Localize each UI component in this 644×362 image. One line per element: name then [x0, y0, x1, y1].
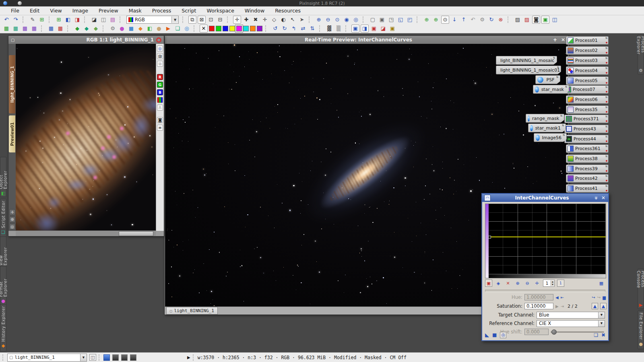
file-settings-icon[interactable]: ⚙ — [478, 16, 486, 24]
zoom-out-mode-icon[interactable]: ✖ — [252, 16, 260, 24]
dock-tab-script-editor[interactable]: Script Editor❏ — [0, 199, 6, 237]
process-grid-save-icon[interactable]: ▦ — [21, 25, 29, 33]
view-selector[interactable]: ▢ light_BINNING_1 ▼ — [7, 354, 87, 362]
transparent-color-swatch[interactable]: ✕ — [200, 25, 208, 33]
zoom-optimal-icon[interactable]: ◎ — [352, 16, 360, 24]
process-icon-process371[interactable]: Process371N — [564, 115, 609, 123]
new-instance-button[interactable]: ◣ — [485, 332, 489, 338]
process-icon-process02[interactable]: Process02N — [566, 46, 609, 55]
process-icon-process42[interactable]: Process42N — [566, 174, 609, 183]
magenta-swatch[interactable] — [236, 26, 242, 31]
dock-tab-format-explorer[interactable]: Format Explorer● — [0, 266, 6, 305]
pan-plot-icon[interactable]: ✛ — [533, 280, 541, 287]
camera-icon[interactable]: ◙ — [157, 117, 163, 123]
zoom-in-icon[interactable]: ⊕ — [315, 16, 323, 24]
green-swatch[interactable] — [216, 26, 221, 31]
horizontal-scrollbar[interactable] — [16, 230, 156, 236]
hue-field[interactable]: 1.00000 — [524, 294, 553, 300]
chevron-down-icon[interactable]: ▼ — [598, 312, 605, 318]
tab-light-binning-1[interactable]: light_BINNING_1 — [9, 55, 15, 113]
dock-tab-process-console[interactable]: Process Console▶ — [638, 269, 644, 309]
duplicate-window-icon[interactable]: ◧ — [64, 16, 72, 24]
screen-danger-icon[interactable]: ▣ — [388, 25, 396, 33]
readout-mode-icon[interactable]: ◐ — [279, 16, 287, 24]
arrow-icon[interactable]: ➤ — [298, 16, 306, 24]
process-icons-delete-icon[interactable]: ▦ — [56, 25, 64, 33]
curve-interpolation-icon[interactable]: ▲ — [592, 303, 598, 309]
preview-center-icon[interactable]: ◎ — [9, 224, 15, 230]
circle-shape-icon[interactable]: ● — [118, 25, 126, 33]
rgb-channel-selector[interactable]: RGB▼ — [126, 16, 179, 24]
menu-script[interactable]: Script — [176, 6, 201, 15]
menu-view[interactable]: View — [45, 6, 67, 15]
main-window-title-bar[interactable]: Real-Time Preview: InterChannelCurves + … — [165, 36, 568, 44]
drag-handle[interactable] — [2, 354, 5, 361]
real-time-preview-button[interactable]: ◎ — [500, 332, 506, 338]
layers-icon[interactable]: ≡ — [157, 125, 163, 131]
view-icon-star_mask1[interactable]: star_mask1N — [528, 123, 566, 132]
prev-point-icon[interactable]: ◀ — [555, 295, 559, 300]
menu-resources[interactable]: Resources — [270, 6, 306, 15]
workspace-sync-icon[interactable]: ◆ — [73, 25, 81, 33]
process-icon-process44[interactable]: ∞Process44N — [564, 135, 609, 143]
file-close-icon[interactable]: ⊗ — [497, 16, 505, 24]
workspace-1-button[interactable] — [103, 354, 110, 361]
process-icon-process39[interactable]: Process39N — [566, 165, 609, 173]
menu-process[interactable]: Process — [147, 6, 176, 15]
workspace-save-icon[interactable]: ◆ — [83, 25, 91, 33]
red-swatch[interactable] — [209, 26, 215, 31]
main-window-view-tab[interactable]: ▢ light_BINNING_1 — [166, 307, 218, 315]
screen-lookup-icon[interactable]: ◫ — [551, 16, 559, 24]
orange-swatch[interactable] — [250, 26, 256, 31]
select-point-mode-icon[interactable]: ◈ — [495, 280, 502, 287]
redo-icon[interactable]: ↷ — [12, 16, 20, 24]
process-icon-process05[interactable]: Process05N — [566, 76, 609, 85]
select-preview-icon[interactable]: ↖ — [289, 16, 297, 24]
preview-image-window[interactable]: ▢ RGB 1:1 light_BINNING_1 light_BINNING_… — [8, 35, 164, 237]
diamond-shape-icon[interactable]: ◆ — [136, 25, 144, 33]
selection-preview-icon[interactable]: ◳ — [387, 16, 395, 24]
menu-image[interactable]: Image — [67, 6, 93, 15]
preview-zoom-in-icon[interactable]: ⊕ — [9, 216, 15, 222]
edit-point-mode-icon[interactable]: ▣ — [485, 280, 492, 287]
last-point-icon[interactable]: ⇥ — [561, 304, 564, 309]
view-icon-light_binning_1_mosaic01[interactable]: light_BINNING_1_mosaic01N — [496, 66, 561, 74]
chevron-down-icon[interactable]: ▼ — [80, 354, 87, 361]
view-icon-light_binning_1_mosaic[interactable]: light_BINNING_1_mosaicN — [496, 56, 557, 65]
restore-icon[interactable]: ▢ — [11, 38, 14, 42]
file-import-icon[interactable]: ↓ — [450, 16, 458, 24]
zoom-1-1-plot-icon[interactable]: 1 — [557, 280, 564, 287]
process-icons-save-icon[interactable]: ▦ — [47, 25, 55, 33]
purple-swatch[interactable] — [257, 26, 262, 31]
zoom-fit-icon[interactable]: ◉ — [343, 16, 351, 24]
screen-disable-icon[interactable]: ▣ — [370, 25, 378, 33]
menu-edit[interactable]: Edit — [25, 6, 45, 15]
dock-tab-history-explorer[interactable]: History Explorer◆ — [0, 304, 6, 352]
screen-stf-icon[interactable]: ◙ — [532, 16, 540, 24]
process-icon-process43[interactable]: Process43N — [564, 125, 609, 133]
scrollbar-thumb[interactable] — [119, 231, 153, 236]
process-icon-process361[interactable]: Process361N — [566, 144, 609, 153]
dialog-close-icon[interactable]: ✕ — [601, 195, 606, 201]
rgb-window-icon[interactable]: ◨ — [73, 16, 81, 24]
process-icon-process07[interactable]: Process07N — [564, 85, 609, 94]
curve-editor[interactable] — [485, 204, 606, 278]
gradient-light-icon[interactable]: ▒ — [334, 25, 343, 33]
tab-preview01[interactable]: Preview01 — [9, 115, 15, 152]
mask-visibility-icon[interactable]: ▨ — [514, 16, 522, 24]
green-channel-button[interactable]: G — [157, 82, 163, 88]
curve-grid[interactable] — [489, 204, 606, 274]
zoom-out-plot-icon[interactable]: ⊖ — [524, 280, 531, 287]
chevron-down-icon[interactable]: ▼ — [171, 16, 178, 23]
store-curve-icon[interactable]: ↪ — [592, 295, 595, 300]
process-grid-edit-icon[interactable]: ▦ — [30, 25, 38, 33]
view-icon-image56[interactable]: Image56N — [534, 133, 567, 142]
workspace-4-button[interactable] — [130, 354, 136, 361]
curve-smooth-icon[interactable]: ▲ — [600, 303, 607, 309]
zoom-in-plot-icon[interactable]: ⊕ — [514, 280, 521, 287]
reset-button[interactable]: ✖ — [601, 332, 605, 338]
add-icon[interactable]: + — [552, 37, 558, 43]
page-icon[interactable]: ❏ — [173, 25, 182, 33]
view-icon-star_mask[interactable]: star_maskN — [533, 85, 569, 94]
cyan-swatch[interactable] — [243, 26, 249, 31]
